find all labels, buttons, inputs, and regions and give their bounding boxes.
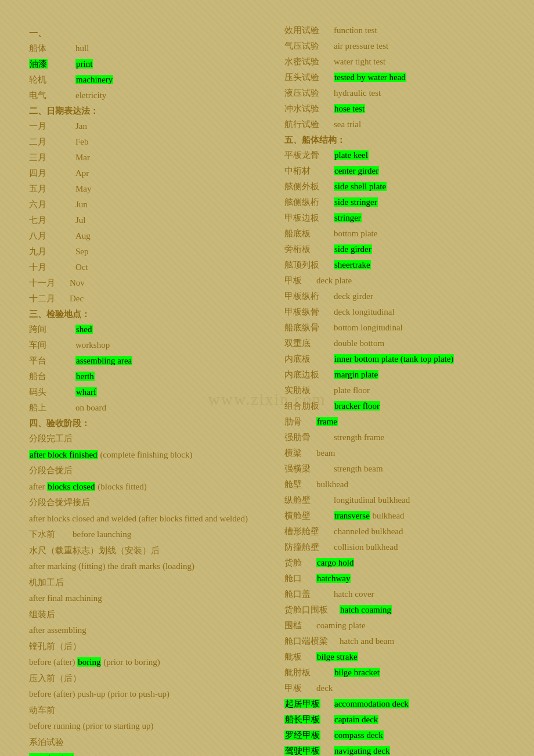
struct-hatchcover: 舱口盖 hatch cover: [284, 587, 534, 601]
paint-item: 油漆 print: [29, 57, 284, 71]
test-seatrial-en: sea trial: [334, 117, 361, 131]
struct-accdeck: 起居甲板 accommodation deck: [284, 697, 534, 711]
struct-hatchway: 舱口 hatchway: [284, 571, 534, 585]
struct-hatchbeam: 舱口端横梁 hatch and beam: [284, 634, 534, 648]
test-hydraulic-zh: 液压试验: [284, 86, 334, 100]
struct-deckplate: 甲板 deck plate: [284, 273, 534, 287]
struct-longbulkhead-zh: 纵舱壁: [284, 493, 334, 507]
struct-bulkhead: 舱壁 bulkhead: [284, 477, 534, 491]
struct-deckgirder-en: deck girder: [334, 289, 373, 303]
struct-collisionbulkhead-en: collision bulkhead: [334, 540, 398, 554]
electricity-item: 电气 eletricity: [29, 88, 284, 102]
place-shed: 跨间 shed: [29, 322, 284, 336]
test-hose-en: hose test: [334, 102, 365, 116]
struct-sideshell: 舷侧外板 side shell plate: [284, 179, 534, 193]
month-nov-zh: 十一月: [29, 276, 70, 290]
month-sep: 九月 Sep: [29, 244, 284, 258]
phase-assembling-zh: 组装后: [29, 607, 284, 622]
struct-brackerfloor-en: bracker floor: [334, 399, 380, 413]
struct-channelbulkhead-zh: 槽形舱壁: [284, 524, 334, 538]
struct-marginplate-zh: 内底边板: [284, 368, 334, 381]
struct-deckgirder-zh: 甲板纵桁: [284, 289, 334, 303]
section3-title: 三、检验地点：: [29, 309, 284, 320]
month-mar-en: Mar: [75, 150, 90, 164]
month-jul-zh: 七月: [29, 213, 75, 227]
struct-cargohold: 货舱 cargo hold: [284, 556, 534, 570]
struct-centergirder-zh: 中桁材: [284, 164, 334, 178]
struct-doublebottom: 双重底 double bottom: [284, 336, 534, 350]
machinery-zh: 轮机: [29, 73, 75, 87]
struct-bilgebracket: 舭肘板 bilge bracket: [284, 665, 534, 679]
struct-bilgebracket-zh: 舭肘板: [284, 665, 334, 679]
struct-innerbottom-en: inner bottom plate (tank top plate): [334, 352, 454, 366]
struct-compassdeck: 罗经甲板 compass deck: [284, 728, 534, 742]
phase-boring-zh: 镗孔前（后）: [29, 639, 284, 654]
struct-sidestringer-zh: 舷侧纵桁: [284, 195, 334, 209]
month-mar-zh: 三月: [29, 150, 75, 164]
struct-hatchcover-en: hatch cover: [334, 587, 374, 601]
struct-cargohold-zh: 货舱: [284, 556, 316, 570]
struct-coamingplate-zh: 围槛: [284, 618, 316, 632]
struct-sheertrake-en: sheertrake: [334, 258, 371, 272]
month-dec-zh: 十二月: [29, 291, 70, 305]
month-sep-en: Sep: [75, 244, 89, 258]
struct-navdeck: 驾驶甲板 navigating deck: [284, 744, 534, 756]
struct-bilgestrake-en: bilge strake: [316, 650, 358, 664]
month-aug: 八月 Aug: [29, 229, 284, 243]
struct-innerbottom: 内底板 inner bottom plate (tank top plate): [284, 352, 534, 366]
month-apr-zh: 四月: [29, 166, 75, 180]
struct-deck-en: deck: [316, 681, 333, 695]
struct-platekeel-en: plate keel: [334, 148, 369, 162]
struct-bottomlong: 船底纵骨 bottom longitudinal: [284, 321, 534, 334]
place-assembling: 平台 assembling area: [29, 354, 284, 368]
struct-navdeck-zh: 驾驶甲板: [284, 744, 334, 756]
test-airpressure-zh: 气压试验: [284, 39, 334, 53]
struct-sheertrake-zh: 舷顶列板: [284, 258, 334, 272]
struct-stringer: 甲板边板 stringer: [284, 211, 534, 225]
phase-running-en: before running (prior to starting up): [29, 719, 284, 734]
struct-hatchcover-zh: 舱口盖: [284, 587, 334, 601]
test-hydraulic-en: hydraulic test: [334, 86, 381, 100]
struct-beam-zh: 横梁: [284, 446, 316, 460]
machinery-item: 轮机 machinery: [29, 73, 284, 87]
struct-channelbulkhead: 槽形舱壁 channeled bulkhead: [284, 524, 534, 538]
struct-strengthbeam: 强横梁 strength beam: [284, 462, 534, 476]
month-aug-zh: 八月: [29, 229, 75, 243]
phase-mooring-en: mooring test: [29, 751, 284, 756]
struct-bottomplate-en: bottom plate: [334, 226, 377, 240]
phase-running-zh: 动车前: [29, 703, 284, 718]
struct-coamingplate-en: coaming plate: [316, 618, 366, 632]
hull-item: 船体 hull: [29, 41, 284, 55]
struct-marginplate: 内底边板 margin plate: [284, 368, 534, 381]
struct-compassdeck-en: compass deck: [334, 728, 384, 742]
struct-hatchcoaming: 货舱口围板 hatch coaming: [284, 603, 534, 617]
phase-closed-zh: 分段合拢后: [29, 463, 284, 478]
struct-hatchway-zh: 舱口: [284, 571, 316, 585]
struct-decklong: 甲板纵骨 deck longitudinal: [284, 305, 534, 319]
month-jan-zh: 一月: [29, 119, 75, 133]
month-aug-en: Aug: [75, 229, 91, 243]
struct-longbulkhead-en: longitudinal bulkhead: [334, 493, 410, 507]
month-jun: 六月 Jun: [29, 197, 284, 211]
struct-strengthframe-zh: 强肋骨: [284, 430, 334, 444]
month-feb: 二月 Feb: [29, 135, 284, 149]
test-seatrial-zh: 航行试验: [284, 117, 334, 131]
struct-compassdeck-zh: 罗经甲板: [284, 728, 334, 742]
left-column: 一、 船体 hull 油漆 print 轮机 machinery 电气 elet…: [29, 23, 284, 756]
struct-platekeel-zh: 平板龙骨: [284, 148, 334, 162]
machinery-en: machinery: [75, 73, 113, 87]
struct-sidestringer: 舷侧纵桁 side stringer: [284, 195, 534, 209]
struct-frame-zh: 肋骨: [284, 415, 316, 429]
struct-platefloor-en: plate floor: [334, 383, 370, 397]
month-jul-en: Jul: [75, 213, 86, 227]
struct-frame: 肋骨 frame: [284, 415, 534, 429]
place-workshop-en: workshop: [75, 338, 110, 352]
month-jun-en: Jun: [75, 197, 88, 211]
place-wharf: 码头 wharf: [29, 385, 284, 399]
test-hydraulic: 液压试验 hydraulic test: [284, 86, 534, 100]
month-may-en: May: [75, 182, 92, 196]
struct-captaindeck: 船长甲板 captain deck: [284, 712, 534, 726]
month-jul: 七月 Jul: [29, 213, 284, 227]
struct-sideshell-zh: 舷侧外板: [284, 179, 334, 193]
test-waterhead-en: tested by water head: [334, 70, 406, 84]
